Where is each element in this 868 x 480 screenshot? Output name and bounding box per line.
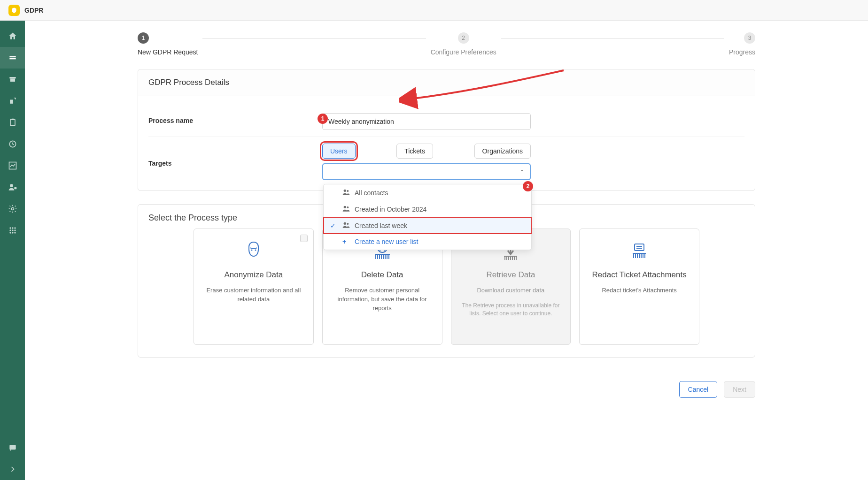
svg-rect-5 (10, 119, 15, 125)
svg-rect-0 (9, 56, 16, 58)
dropdown-option-label: All contacts (355, 189, 388, 197)
process-checkbox[interactable] (300, 235, 308, 242)
svg-point-9 (10, 184, 13, 187)
svg-point-27 (347, 223, 349, 225)
step-2[interactable]: 2 Configure Preferences (431, 32, 496, 56)
step-divider (501, 38, 724, 38)
sidebar-settings[interactable] (0, 198, 25, 220)
sidebar (0, 21, 25, 480)
target-tickets-button[interactable]: Tickets (396, 144, 433, 159)
svg-point-17 (14, 229, 16, 231)
text-cursor (329, 168, 329, 175)
sidebar-transfer[interactable] (0, 90, 25, 112)
svg-point-26 (344, 222, 346, 225)
process-card-desc: Download customer data (458, 286, 564, 295)
targets-label: Targets (148, 144, 322, 167)
svg-point-13 (12, 227, 13, 229)
svg-point-18 (9, 232, 11, 233)
sidebar-clock[interactable] (0, 133, 25, 155)
redact-icon (586, 237, 692, 264)
svg-point-29 (255, 250, 256, 251)
process-name-row: Process name (148, 107, 744, 137)
svg-point-23 (347, 190, 349, 192)
annotation-badge-2: 2 (523, 181, 533, 191)
process-anonymize[interactable]: Anonymize Data Erase customer informatio… (194, 229, 314, 345)
sidebar-apps[interactable] (0, 220, 25, 241)
svg-point-12 (9, 227, 11, 229)
svg-point-16 (12, 229, 13, 231)
svg-rect-10 (14, 187, 16, 189)
process-card-title: Anonymize Data (201, 270, 307, 280)
process-card-note: The Retrieve process in unavailable for … (458, 302, 564, 318)
svg-rect-4 (10, 100, 13, 104)
svg-rect-1 (9, 58, 16, 60)
dropdown-option-label: Created in October 2024 (355, 206, 426, 213)
dropdown-option-all-contacts[interactable]: All contacts (324, 184, 531, 201)
targets-dropdown-input[interactable]: ⌃ All contacts (322, 163, 531, 180)
contacts-icon (342, 205, 350, 213)
svg-point-11 (11, 208, 14, 210)
app-logo-icon (8, 5, 20, 16)
dropdown-create-new-label: Create a new user list (355, 238, 418, 245)
sidebar-gdpr[interactable] (0, 47, 25, 69)
process-card-desc: Erase customer information and all relat… (201, 286, 307, 304)
sidebar-archive[interactable] (0, 69, 25, 90)
step-3[interactable]: 3 Progress (729, 32, 755, 56)
svg-point-25 (347, 206, 349, 208)
main-content: 1 New GDPR Request 2 Configure Preferenc… (25, 21, 868, 480)
targets-row: Targets Users Tickets Organizations ⌃ (148, 137, 744, 180)
svg-rect-2 (9, 77, 16, 78)
sidebar-home[interactable] (0, 25, 25, 47)
step-1[interactable]: 1 New GDPR Request (138, 32, 198, 56)
step-2-number: 2 (458, 32, 469, 44)
check-icon: ✓ (330, 222, 338, 229)
dropdown-create-new[interactable]: + Create a new user list (324, 234, 531, 250)
plus-icon: + (342, 238, 350, 245)
svg-point-19 (12, 232, 13, 233)
app-title: GDPR (24, 7, 43, 14)
sidebar-user-lock[interactable] (0, 176, 25, 198)
svg-rect-21 (9, 445, 16, 450)
process-name-label: Process name (148, 113, 322, 124)
step-2-label: Configure Preferences (431, 48, 496, 56)
svg-point-24 (344, 206, 346, 208)
target-buttons: Users Tickets Organizations (322, 144, 531, 159)
svg-point-20 (14, 232, 16, 233)
sidebar-clipboard[interactable] (0, 112, 25, 133)
process-name-input[interactable] (322, 113, 531, 130)
process-card-desc: Remove customer personal information, bu… (329, 286, 435, 313)
targets-dropdown-panel: All contacts Created in October 2024 ✓ (323, 184, 532, 250)
process-card-title: Retrieve Data (458, 270, 564, 280)
svg-rect-6 (11, 119, 14, 120)
dropdown-option-last-week[interactable]: ✓ Created last week (324, 217, 531, 234)
svg-point-14 (14, 227, 16, 229)
step-1-label: New GDPR Request (138, 48, 198, 56)
dropdown-option-label: Created last week (355, 222, 407, 229)
gdpr-details-card: GDPR Process Details Process name Target… (138, 69, 755, 191)
sidebar-messages[interactable] (0, 437, 25, 458)
target-organizations-button[interactable]: Organizations (474, 144, 531, 159)
contacts-icon (342, 189, 350, 197)
step-1-number: 1 (138, 32, 149, 44)
svg-point-22 (344, 190, 346, 192)
wizard-stepper: 1 New GDPR Request 2 Configure Preferenc… (138, 32, 755, 56)
annotation-badge-1: 1 (318, 114, 328, 124)
next-button: Next (724, 381, 755, 398)
process-card-title: Delete Data (329, 270, 435, 280)
process-card-title: Redact Ticket Attachments (586, 270, 692, 280)
svg-point-15 (9, 229, 11, 231)
sidebar-collapse[interactable] (0, 458, 25, 480)
svg-rect-3 (10, 78, 15, 82)
sidebar-chart[interactable] (0, 155, 25, 176)
step-divider (202, 38, 426, 38)
dropdown-option-october[interactable]: Created in October 2024 (324, 201, 531, 217)
wizard-footer: Cancel Next (138, 381, 755, 398)
gdpr-details-title: GDPR Process Details (138, 69, 755, 96)
chevron-up-icon[interactable]: ⌃ (520, 169, 524, 175)
svg-point-28 (251, 250, 252, 251)
svg-rect-49 (635, 244, 644, 251)
app-header: GDPR (0, 0, 868, 21)
target-users-button[interactable]: Users (322, 144, 356, 159)
cancel-button[interactable]: Cancel (679, 381, 718, 398)
process-redact[interactable]: Redact Ticket Attachments Redact ticket'… (579, 229, 699, 345)
